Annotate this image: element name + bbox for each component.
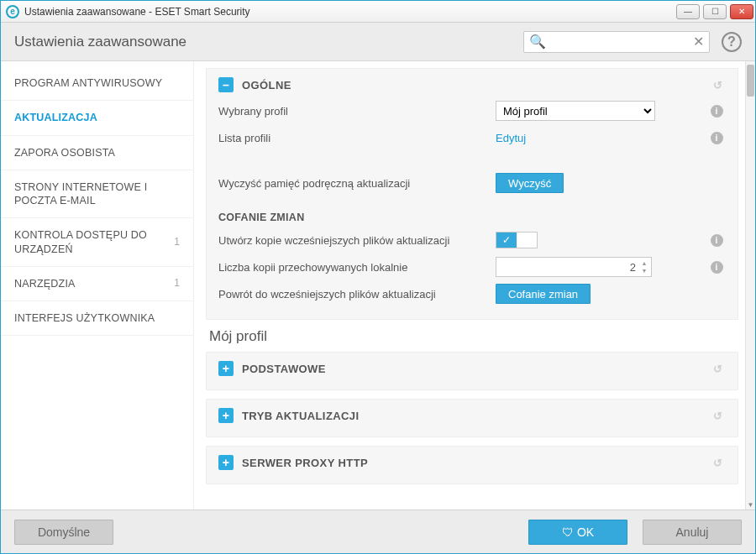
- scroll-down-icon[interactable]: ▼: [746, 499, 755, 510]
- expand-icon[interactable]: +: [218, 408, 234, 423]
- search-input[interactable]: [546, 35, 693, 49]
- main-content: – OGÓLNE ↺ Wybrany profil Mój profil: [194, 61, 755, 510]
- row-selected-profile: Wybrany profil Mój profil i: [218, 97, 726, 124]
- sidebar-item-label: ZAPORA OSOBISTA: [14, 146, 115, 159]
- row-clear-cache: Wyczyść pamięć podręczną aktualizacji Wy…: [218, 170, 726, 196]
- titlebar: e Ustawienia zaawansowane - ESET Smart S…: [1, 1, 755, 23]
- row-profile-list: Lista profili Edytuj i: [218, 124, 726, 151]
- panel-basic: + PODSTAWOWE ↺: [206, 352, 738, 390]
- sidebar-item-firewall[interactable]: ZAPORA OSOBISTA: [1, 136, 193, 170]
- window-title: Ustawienia zaawansowane - ESET Smart Sec…: [24, 6, 250, 18]
- label-profile-list: Lista profili: [218, 132, 496, 144]
- panel-proxy-header[interactable]: + SERWER PROXY HTTP ↺: [218, 455, 726, 470]
- sidebar-item-update[interactable]: AKTUALIZACJA: [1, 101, 193, 135]
- label-clear-cache: Wyczyść pamięć podręczną aktualizacji: [218, 177, 496, 190]
- sidebar-item-count: 1: [174, 277, 180, 290]
- toggle-on-icon: ✓: [496, 233, 517, 248]
- help-icon[interactable]: ?: [722, 32, 742, 52]
- clear-cache-button[interactable]: Wyczyść: [496, 173, 564, 193]
- page-heading: Ustawienia zaawansowane: [14, 34, 186, 50]
- local-copies-value: 2: [630, 261, 636, 274]
- sidebar-item-label: INTERFEJS UŻYTKOWNIKA: [14, 311, 155, 325]
- header: Ustawienia zaawansowane 🔍 ✕ ?: [1, 23, 755, 61]
- expand-icon[interactable]: +: [218, 361, 234, 376]
- sidebar-item-count: 1: [174, 236, 180, 249]
- info-icon[interactable]: i: [711, 132, 723, 144]
- label-revert: Powrót do wcześniejszych plików aktualiz…: [218, 288, 496, 301]
- shield-icon: 🛡: [562, 525, 574, 539]
- panel-general-header[interactable]: – OGÓLNE ↺: [218, 77, 726, 92]
- info-icon[interactable]: i: [711, 105, 723, 118]
- body: PROGRAM ANTYWIRUSOWY AKTUALIZACJA ZAPORA…: [1, 61, 755, 510]
- ok-button[interactable]: 🛡 OK: [528, 520, 627, 545]
- defaults-button[interactable]: Domyślne: [14, 520, 113, 545]
- label-create-snapshots: Utwórz kopie wcześniejszych plików aktua…: [218, 234, 496, 247]
- info-icon[interactable]: i: [711, 234, 723, 247]
- cancel-button[interactable]: Anuluj: [643, 520, 742, 545]
- edit-profiles-link[interactable]: Edytuj: [496, 132, 526, 144]
- panel-general: – OGÓLNE ↺ Wybrany profil Mój profil: [206, 68, 738, 320]
- step-down-icon[interactable]: ▼: [639, 267, 649, 274]
- sidebar-item-label: AKTUALIZACJA: [14, 111, 97, 124]
- numeric-stepper[interactable]: ▲▼: [639, 259, 649, 274]
- panel-title: PODSTAWOWE: [242, 363, 326, 375]
- row-local-copies: Liczba kopii przechowywanych lokalnie 2 …: [218, 253, 726, 280]
- panel-basic-header[interactable]: + PODSTAWOWE ↺: [218, 361, 726, 376]
- sidebar-item-ui[interactable]: INTERFEJS UŻYTKOWNIKA: [1, 301, 193, 336]
- info-icon[interactable]: i: [711, 261, 723, 274]
- label-selected-profile: Wybrany profil: [218, 105, 496, 118]
- panel-proxy: + SERWER PROXY HTTP ↺: [206, 446, 738, 484]
- sidebar-item-label: KONTROLA DOSTĘPU DO URZĄDZEŃ: [14, 228, 174, 256]
- row-revert: Powrót do wcześniejszych plików aktualiz…: [218, 280, 726, 307]
- expand-icon[interactable]: +: [218, 455, 234, 470]
- clear-search-icon[interactable]: ✕: [693, 34, 704, 50]
- scrollbar-thumb[interactable]: [747, 65, 754, 97]
- sidebar-item-label: PROGRAM ANTYWIRUSOWY: [14, 76, 162, 90]
- snapshots-toggle[interactable]: ✓: [496, 232, 538, 248]
- sidebar-item-device-control[interactable]: KONTROLA DOSTĘPU DO URZĄDZEŃ 1: [1, 218, 193, 267]
- panel-reset-icon[interactable]: ↺: [711, 361, 726, 376]
- search-icon: 🔍: [529, 34, 546, 50]
- panel-title: OGÓLNE: [242, 79, 291, 91]
- minimize-button[interactable]: —: [676, 4, 700, 19]
- collapse-icon[interactable]: –: [218, 77, 234, 92]
- sidebar-item-antivirus[interactable]: PROGRAM ANTYWIRUSOWY: [1, 66, 193, 101]
- label-local-copies: Liczba kopii przechowywanych lokalnie: [218, 261, 496, 274]
- panel-reset-icon[interactable]: ↺: [711, 77, 726, 92]
- app-icon: e: [6, 5, 19, 18]
- panel-reset-icon[interactable]: ↺: [711, 455, 726, 470]
- sidebar: PROGRAM ANTYWIRUSOWY AKTUALIZACJA ZAPORA…: [1, 61, 194, 510]
- sidebar-item-label: NARZĘDZIA: [14, 277, 76, 290]
- vertical-scrollbar[interactable]: ▲ ▼: [745, 61, 755, 510]
- panel-update-mode-header[interactable]: + TRYB AKTUALIZACJI ↺: [218, 408, 726, 423]
- close-button[interactable]: ✕: [730, 4, 753, 19]
- footer: Domyślne 🛡 OK Anuluj: [1, 510, 755, 553]
- subheading-rollback: COFANIE ZMIAN: [218, 212, 726, 223]
- row-create-snapshots: Utwórz kopie wcześniejszych plików aktua…: [218, 227, 726, 253]
- section-heading-profile: Mój profil: [209, 328, 738, 345]
- maximize-button[interactable]: ☐: [703, 4, 727, 19]
- sidebar-item-label: STRONY INTERNETOWE I POCZTA E-MAIL: [14, 180, 180, 208]
- app-icon-letter: e: [10, 7, 15, 16]
- revert-button[interactable]: Cofanie zmian: [496, 284, 591, 304]
- ok-label: OK: [577, 525, 594, 539]
- window-root: e Ustawienia zaawansowane - ESET Smart S…: [0, 0, 756, 554]
- panel-title: TRYB AKTUALIZACJI: [242, 410, 359, 422]
- panel-update-mode: + TRYB AKTUALIZACJI ↺: [206, 399, 738, 437]
- search-box[interactable]: 🔍 ✕: [523, 31, 710, 53]
- step-up-icon[interactable]: ▲: [639, 259, 649, 267]
- sidebar-item-web-mail[interactable]: STRONY INTERNETOWE I POCZTA E-MAIL: [1, 170, 193, 219]
- profile-select[interactable]: Mój profil: [496, 101, 655, 121]
- panel-title: SERWER PROXY HTTP: [242, 457, 368, 469]
- panel-reset-icon[interactable]: ↺: [711, 408, 726, 423]
- local-copies-input[interactable]: 2 ▲▼: [496, 257, 652, 277]
- sidebar-item-tools[interactable]: NARZĘDZIA 1: [1, 267, 193, 301]
